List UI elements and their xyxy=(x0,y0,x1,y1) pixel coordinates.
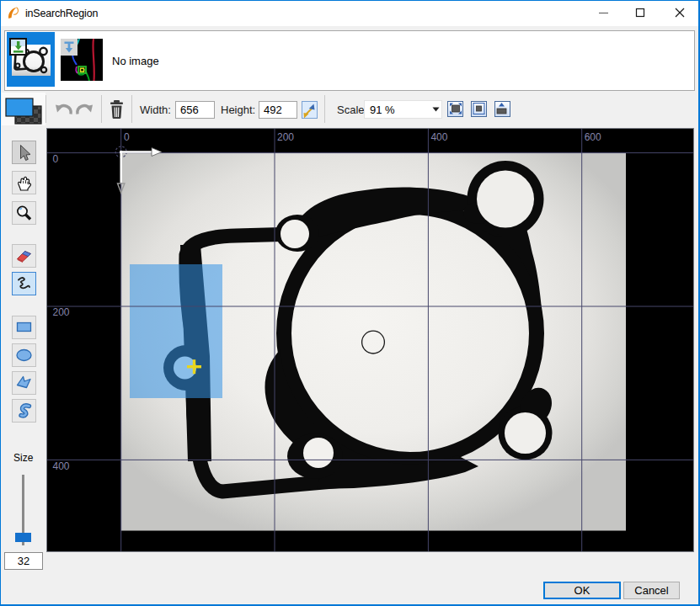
svg-text:200: 200 xyxy=(53,306,70,318)
svg-text:400: 400 xyxy=(53,460,70,472)
svg-text:400: 400 xyxy=(430,131,447,143)
svg-text:200: 200 xyxy=(277,131,294,143)
svg-text:600: 600 xyxy=(585,131,601,143)
svg-text:0: 0 xyxy=(53,153,59,165)
svg-text:0: 0 xyxy=(124,131,130,143)
